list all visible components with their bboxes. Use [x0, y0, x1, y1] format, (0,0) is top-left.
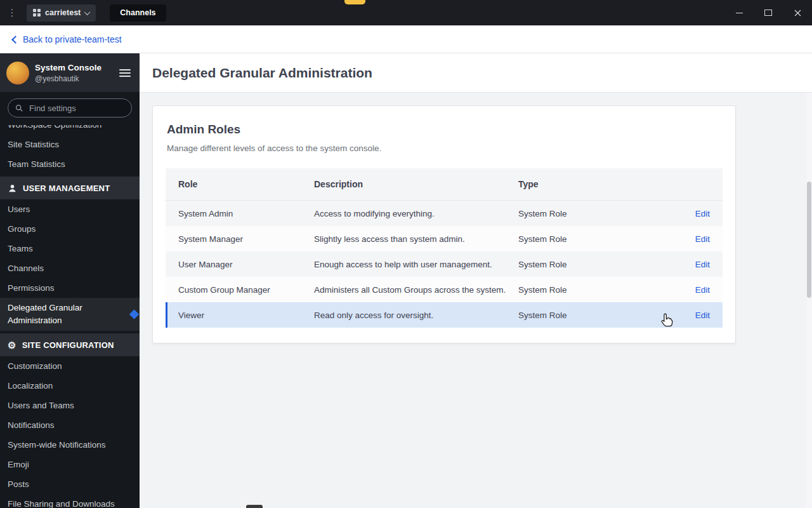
admin-roles-card: Admin Roles Manage different levels of a… — [152, 105, 736, 344]
sidebar-item-file-sharing-and-downloads[interactable]: File Sharing and Downloads — [0, 494, 140, 508]
section-label: USER MANAGEMENT — [23, 184, 110, 193]
sidebar-section-site-configuration: ⚙ SITE CONFIGURATION — [0, 333, 140, 356]
card-subtitle: Manage different levels of access to the… — [167, 144, 721, 153]
sidebar-header-text: System Console @yesbhautik — [35, 62, 102, 83]
server-selector[interactable]: carrietest — [27, 4, 96, 22]
chevron-down-icon — [84, 9, 91, 15]
bottom-edge-artifact — [246, 505, 263, 508]
cell-description: Administers all Custom Groups across the… — [314, 285, 518, 295]
sidebar-section-user-management: USER MANAGEMENT — [0, 177, 140, 199]
sidebar-item-label: Delegated Granular Administration — [8, 302, 103, 327]
minimize-button[interactable] — [724, 0, 754, 25]
top-edge-artifact — [344, 0, 365, 4]
cell-role: System Manager — [166, 234, 314, 244]
search-input[interactable] — [28, 103, 124, 114]
menu-icon[interactable] — [119, 67, 131, 79]
tab-channels[interactable]: Channels — [110, 4, 166, 22]
back-link-label: Back to private-team-test — [23, 34, 122, 44]
column-header-role: Role — [166, 179, 314, 189]
sidebar-title: System Console — [35, 62, 102, 74]
cell-description: Enough access to help with user manageme… — [314, 260, 518, 269]
cell-description: Access to modifying everything. — [314, 209, 518, 218]
sidebar-item-teams[interactable]: Teams — [0, 239, 140, 258]
card-header: Admin Roles Manage different levels of a… — [153, 106, 735, 168]
cell-description: Slightly less access than system admin. — [314, 234, 518, 244]
search-icon — [15, 104, 23, 112]
cell-type: System Role — [518, 311, 672, 320]
page-header: Delegated Granular Administration — [140, 53, 812, 93]
table-row-custom-group-manager: Custom Group Manager Administers all Cus… — [166, 277, 723, 302]
sidebar-item-users-and-teams[interactable]: Users and Teams — [0, 396, 140, 415]
sidebar-item-posts[interactable]: Posts — [0, 474, 140, 494]
sidebar-item-emoji[interactable]: Emoji — [0, 455, 140, 474]
sidebar-item-customization[interactable]: Customization — [0, 356, 140, 376]
search-pill[interactable] — [8, 98, 132, 117]
close-button[interactable] — [783, 0, 812, 25]
chevron-left-icon — [11, 36, 20, 44]
sidebar-item-system-wide-notifications[interactable]: System-wide Notifications — [0, 435, 140, 455]
sidebar-subtitle: @yesbhautik — [35, 74, 102, 83]
card-title: Admin Roles — [167, 123, 721, 137]
table-header-row: Role Description Type — [166, 168, 723, 201]
column-header-type: Type — [518, 179, 672, 189]
sidebar-item-permissions[interactable]: Permissions — [0, 278, 140, 298]
gear-icon: ⚙ — [8, 340, 16, 350]
sidebar-item-team-statistics[interactable]: Team Statistics — [0, 154, 140, 174]
sidebar-item-localization[interactable]: Localization — [0, 376, 140, 396]
cell-type: System Role — [518, 234, 672, 244]
table-row-viewer: Viewer Read only access for oversight. S… — [166, 302, 723, 328]
edit-link[interactable]: Edit — [695, 209, 710, 218]
cell-type: System Role — [518, 260, 672, 269]
sidebar-item-workspace-optimization[interactable]: WorkSpace Optimization — [0, 125, 140, 135]
sidebar-item-delegated-granular-administration[interactable]: Delegated Granular Administration — [0, 298, 140, 331]
sidebar-item-groups[interactable]: Groups — [0, 219, 140, 239]
minimize-icon — [736, 13, 743, 13]
edit-link[interactable]: Edit — [695, 260, 710, 269]
server-grid-icon — [33, 9, 41, 17]
cell-role: Viewer — [167, 311, 314, 320]
table-row-user-manager: User Manager Enough access to help with … — [166, 251, 723, 277]
edit-link[interactable]: Edit — [695, 234, 710, 244]
sidebar-nav: WorkSpace Optimization Site Statistics T… — [0, 125, 140, 508]
cell-type: System Role — [518, 209, 672, 218]
close-icon — [794, 10, 801, 17]
maximize-button[interactable] — [754, 0, 783, 25]
cell-role: System Admin — [166, 209, 314, 218]
maximize-icon — [764, 10, 772, 16]
cell-role: User Manager — [166, 260, 314, 269]
main-content: Admin Roles Manage different levels of a… — [140, 93, 812, 508]
sidebar-search — [0, 92, 140, 125]
avatar — [6, 62, 29, 84]
server-name-label: carrietest — [45, 8, 81, 17]
cell-role: Custom Group Manager — [166, 285, 314, 295]
sidebar-item-users[interactable]: Users — [0, 199, 140, 219]
cell-type: System Role — [518, 285, 672, 295]
sidebar-item-notifications[interactable]: Notifications — [0, 415, 140, 435]
edit-link[interactable]: Edit — [695, 311, 710, 320]
edit-link[interactable]: Edit — [695, 285, 710, 295]
console-sidebar: System Console @yesbhautik WorkSpace Opt… — [0, 53, 140, 508]
selected-item-marker — [129, 309, 140, 319]
window-controls — [724, 0, 812, 25]
app-menu-kebab-icon[interactable]: ⋮ — [0, 7, 24, 18]
main-scrollbar[interactable] — [806, 93, 812, 508]
back-link[interactable]: Back to private-team-test — [13, 34, 122, 44]
column-header-description: Description — [314, 179, 518, 189]
table-row-system-admin: System Admin Access to modifying everyth… — [166, 201, 723, 226]
window-title-bar: ⋮ carrietest Channels — [0, 0, 812, 25]
page-title: Delegated Granular Administration — [152, 65, 372, 81]
sidebar-item-site-statistics[interactable]: Site Statistics — [0, 135, 140, 154]
users-icon — [8, 184, 17, 193]
sidebar-item-channels[interactable]: Channels — [0, 258, 140, 278]
roles-table: Role Description Type System Admin Acces… — [166, 168, 723, 328]
scrollbar-thumb[interactable] — [807, 182, 811, 298]
section-label: SITE CONFIGURATION — [22, 340, 114, 350]
sidebar-header: System Console @yesbhautik — [0, 53, 140, 92]
cell-description: Read only access for oversight. — [314, 311, 518, 320]
table-row-system-manager: System Manager Slightly less access than… — [166, 226, 723, 251]
back-navigation-bar: Back to private-team-test — [0, 25, 812, 53]
